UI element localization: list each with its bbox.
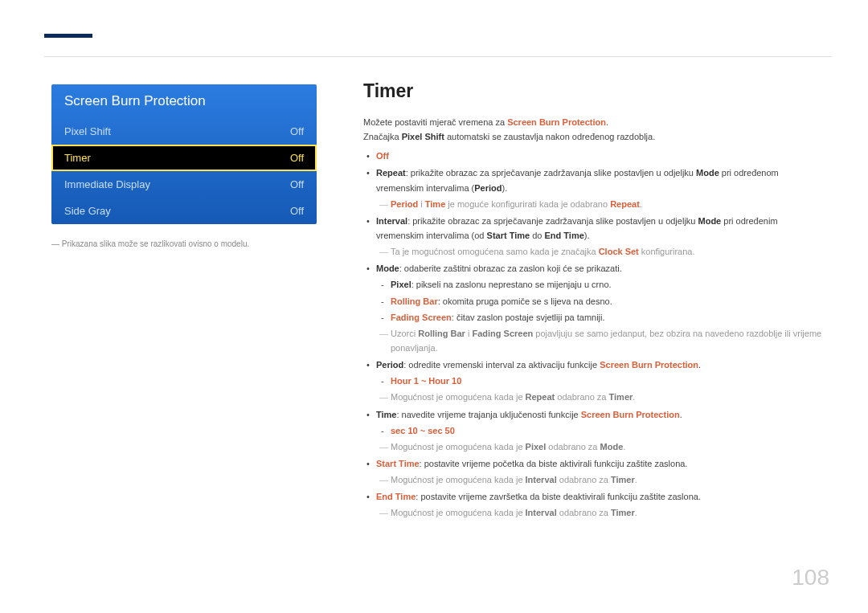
sub-pixel: Pixel: pikseli na zaslonu neprestano se … xyxy=(391,277,826,292)
header-accent xyxy=(44,34,92,38)
header-rule xyxy=(44,56,832,57)
section-title: Timer xyxy=(363,80,826,102)
osd-panel: Screen Burn Protection Pixel Shift Off T… xyxy=(51,84,317,224)
osd-row-label: Timer xyxy=(64,152,91,164)
intro-line-1: Možete postaviti mjerač vremena za Scree… xyxy=(363,115,826,129)
interval-note: Ta je mogućnost omogućena samo kada je z… xyxy=(391,244,826,259)
osd-row-label: Immediate Display xyxy=(64,178,150,190)
bullet-starttime: Start Time: postavite vrijeme početka da… xyxy=(376,456,826,487)
osd-row-value: Off xyxy=(290,152,304,164)
bullet-mode: Mode: odaberite zaštitni obrazac za zasl… xyxy=(376,261,826,355)
osd-row-value: Off xyxy=(290,178,304,190)
repeat-note: Period i Time je moguće konfigurirati ka… xyxy=(391,197,826,211)
osd-row-pixel-shift[interactable]: Pixel Shift Off xyxy=(51,118,317,145)
osd-title: Screen Burn Protection xyxy=(51,84,317,118)
body-text: Možete postaviti mjerač vremena za Scree… xyxy=(363,115,826,521)
time-note: Mogućnost je omogućena kada je Pixel oda… xyxy=(391,439,826,454)
bullet-off: Off xyxy=(376,149,826,163)
bullet-repeat: Repeat: prikažite obrazac za sprječavanj… xyxy=(376,166,826,210)
osd-row-label: Side Gray xyxy=(64,205,111,217)
osd-footnote: Prikazana slika može se razlikovati ovis… xyxy=(51,239,317,250)
bullet-interval: Interval: prikažite obrazac za sprječava… xyxy=(376,214,826,259)
bullet-period: Period: odredite vremenski interval za a… xyxy=(376,358,826,404)
period-note: Mogućnost je omogućena kada je Repeat od… xyxy=(391,390,826,404)
bullet-endtime: End Time: postavite vrijeme završetka da… xyxy=(376,489,826,520)
starttime-note: Mogućnost je omogućena kada je Interval … xyxy=(391,472,826,487)
content-column: Timer Možete postaviti mjerač vremena za… xyxy=(363,80,826,523)
osd-row-immediate-display[interactable]: Immediate Display Off xyxy=(51,171,317,198)
endtime-note: Mogućnost je omogućena kada je Interval … xyxy=(391,505,826,520)
period-range: Hour 1 ~ Hour 10 xyxy=(391,374,826,388)
osd-row-timer[interactable]: Timer Off xyxy=(51,145,317,171)
left-column: Screen Burn Protection Pixel Shift Off T… xyxy=(51,84,317,250)
osd-row-side-gray[interactable]: Side Gray Off xyxy=(51,198,317,224)
osd-row-value: Off xyxy=(290,125,304,137)
bullet-time: Time: navedite vrijeme trajanja uključen… xyxy=(376,407,826,454)
intro-line-2: Značajka Pixel Shift automatski se zaust… xyxy=(363,129,826,144)
osd-row-label: Pixel Shift xyxy=(64,125,111,137)
sub-rolling: Rolling Bar: okomita pruga pomiče se s l… xyxy=(391,294,826,309)
page-number: 108 xyxy=(792,565,829,591)
sub-fading: Fading Screen: čitav zaslon postaje svje… xyxy=(391,310,826,325)
time-range: sec 10 ~ sec 50 xyxy=(391,423,826,438)
mode-note: Uzorci Rolling Bar i Fading Screen pojav… xyxy=(391,326,826,355)
osd-row-value: Off xyxy=(290,205,304,217)
